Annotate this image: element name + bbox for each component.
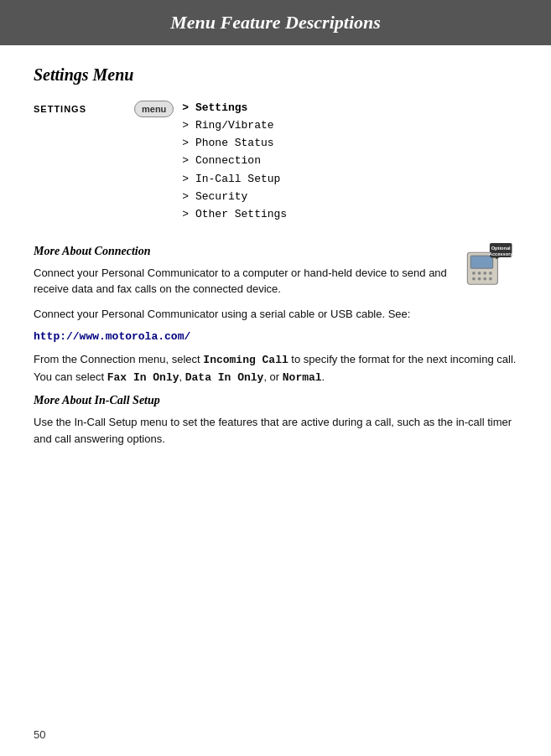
connection-para-2: Connect your Personal Communicator using… (34, 306, 450, 323)
svg-text:Accessory: Accessory (489, 251, 514, 256)
page-header: Menu Feature Descriptions (0, 0, 551, 45)
settings-nav-col: menu > Settings> Ring/Vibrate> Phone Sta… (134, 100, 287, 223)
svg-point-6 (472, 277, 476, 281)
svg-point-3 (478, 272, 481, 275)
nav-item-6: > Other Settings (182, 206, 287, 223)
svg-point-2 (472, 272, 476, 275)
nav-item-4: > In-Call Setup (182, 171, 287, 188)
nav-items-list: > Settings> Ring/Vibrate> Phone Status> … (182, 100, 287, 223)
incall-section: More About In-Call Setup Use the In-Call… (34, 394, 517, 447)
menu-button[interactable]: menu (134, 101, 174, 117)
svg-point-8 (483, 277, 486, 281)
para3-comma: , (179, 370, 185, 383)
para3-code3: Data In Only (185, 371, 264, 384)
nav-item-1: > Ring/Vibrate (182, 117, 287, 134)
nav-item-3: > Connection (182, 153, 287, 169)
page-footer: 50 (34, 728, 45, 741)
para3-code1: Incoming Call (203, 354, 288, 366)
connection-para-1: Connect your Personal Communicator to a … (34, 265, 450, 298)
settings-label: Settings (34, 104, 86, 114)
section-title: Settings Menu (34, 65, 517, 85)
connection-header-row: More About Connection Connect your Perso… (34, 241, 517, 331)
connection-para-3: From the Connection menu, select Incomin… (34, 351, 517, 386)
page-number: 50 (34, 728, 45, 741)
svg-point-4 (483, 272, 486, 275)
nav-item-2: > Phone Status (182, 135, 287, 152)
svg-point-7 (478, 277, 481, 281)
para3-code4: Normal (283, 371, 322, 384)
settings-row: Settings menu > Settings> Ring/Vibrate> … (34, 100, 517, 223)
svg-text:Optional: Optional (491, 246, 511, 251)
settings-label-col: Settings (34, 100, 134, 115)
para3-or: , or (263, 370, 282, 383)
incall-para: Use the In-Call Setup menu to set the fe… (34, 414, 517, 447)
svg-point-5 (489, 272, 492, 275)
connection-text-col: More About Connection Connect your Perso… (34, 241, 450, 331)
para3-prefix: From the Connection menu, select (34, 353, 203, 365)
accessory-icon: Optional Accessory (460, 241, 517, 287)
main-content: Settings Menu Settings menu > Settings> … (0, 45, 551, 472)
incall-section-title: More About In-Call Setup (34, 394, 517, 407)
svg-point-9 (489, 277, 492, 281)
connection-url[interactable]: http://www.motorola.com/ (34, 330, 517, 343)
para3-end: . (322, 370, 325, 383)
accessory-badge: Optional Accessory (459, 241, 517, 287)
para3-code2: Fax In Only (107, 371, 179, 384)
connection-section-title: More About Connection (34, 245, 450, 258)
connection-section: More About Connection Connect your Perso… (34, 241, 517, 386)
header-title: Menu Feature Descriptions (170, 12, 381, 33)
nav-item-0: > Settings (182, 100, 287, 117)
svg-rect-1 (470, 256, 493, 268)
nav-item-5: > Security (182, 189, 287, 205)
